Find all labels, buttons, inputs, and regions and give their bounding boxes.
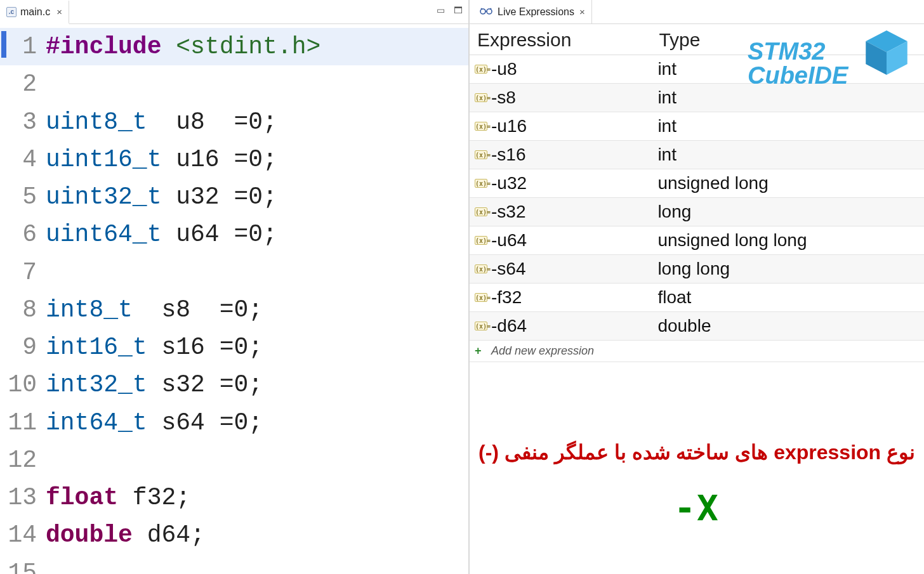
expression-cell[interactable]: (x)=-s32 xyxy=(470,198,651,226)
type-cell: long long xyxy=(651,255,924,284)
editor-tab-bar: .c main.c × ▭ 🗖 xyxy=(0,0,468,24)
live-expressions-tab[interactable]: Live Expressions × xyxy=(473,0,592,23)
line-content: int16_t s16 =0; xyxy=(46,329,468,366)
line-content: double d64; xyxy=(46,516,468,554)
close-icon[interactable]: × xyxy=(579,6,585,17)
column-header-expression[interactable]: Expression xyxy=(470,24,651,55)
expression-cell[interactable]: (x)=-s8 xyxy=(470,84,651,112)
line-number: 7 xyxy=(0,254,46,291)
table-row[interactable]: (x)=-f32float xyxy=(470,284,924,312)
variable-icon: (x)= xyxy=(475,122,487,131)
live-expressions-tab-bar: Live Expressions × xyxy=(470,0,924,24)
expression-cell[interactable]: (x)=-d64 xyxy=(470,312,651,341)
variable-icon: (x)= xyxy=(475,264,487,273)
code-line[interactable]: 4uint16_t u16 =0; xyxy=(0,141,468,178)
code-line[interactable]: 14double d64; xyxy=(0,516,468,554)
live-expressions-table: Expression Type (x)=-u8int(x)=-s8int(x)=… xyxy=(470,24,924,362)
live-expressions-pane: Live Expressions × STM32 CubeIDE Express… xyxy=(470,0,924,574)
type-cell: int xyxy=(651,55,924,84)
live-expressions-tab-label: Live Expressions xyxy=(498,6,574,18)
table-row[interactable]: (x)=-d64double xyxy=(470,312,924,341)
expression-cell[interactable]: (x)=-f32 xyxy=(470,284,651,312)
type-cell: unsigned long long xyxy=(651,226,924,255)
table-row[interactable]: (x)=-u64unsigned long long xyxy=(470,226,924,255)
code-line[interactable]: 5uint32_t u32 =0; xyxy=(0,178,468,216)
code-line[interactable]: 1#include <stdint.h> xyxy=(0,28,468,65)
code-line[interactable]: 10int32_t s32 =0; xyxy=(0,366,468,403)
line-number: 8 xyxy=(0,291,46,329)
code-line[interactable]: 3uint8_t u8 =0; xyxy=(0,103,468,141)
line-content: uint64_t u64 =0; xyxy=(46,216,468,253)
editor-pane: .c main.c × ▭ 🗖 1#include <stdint.h>23ui… xyxy=(0,0,470,574)
code-editor[interactable]: 1#include <stdint.h>23uint8_t u8 =0;4uin… xyxy=(0,24,468,574)
type-cell: unsigned long xyxy=(651,169,924,198)
svg-point-0 xyxy=(480,9,485,14)
editor-tab-main-c[interactable]: .c main.c × xyxy=(0,1,69,24)
maximize-icon[interactable]: 🗖 xyxy=(452,4,465,16)
code-line[interactable]: 9int16_t s16 =0; xyxy=(0,329,468,366)
line-content: int64_t s64 =0; xyxy=(46,404,468,441)
code-line[interactable]: 11int64_t s64 =0; xyxy=(0,404,468,441)
line-content: float f32; xyxy=(46,479,468,516)
line-number: 1 xyxy=(0,28,46,65)
code-line[interactable]: 12 xyxy=(0,441,468,479)
line-content xyxy=(46,254,468,291)
table-row[interactable]: (x)=-s8int xyxy=(470,84,924,112)
code-line[interactable]: 6uint64_t u64 =0; xyxy=(0,216,468,253)
variable-icon: (x)= xyxy=(475,322,487,330)
line-content: int8_t s8 =0; xyxy=(46,291,468,329)
c-file-icon: .c xyxy=(6,7,16,17)
add-expression-row[interactable]: +Add new expression xyxy=(470,341,924,362)
line-content xyxy=(46,65,468,103)
table-row[interactable]: (x)=-u8int xyxy=(470,55,924,84)
expression-cell[interactable]: (x)=-u32 xyxy=(470,169,651,198)
table-row[interactable]: (x)=-u16int xyxy=(470,112,924,141)
plus-icon: + xyxy=(475,346,485,356)
line-content: uint8_t u8 =0; xyxy=(46,103,468,141)
line-number: 12 xyxy=(0,441,46,479)
line-number: 9 xyxy=(0,329,46,366)
line-content: int32_t s32 =0; xyxy=(46,366,468,403)
table-row[interactable]: (x)=-s32long xyxy=(470,198,924,226)
code-line[interactable]: 8int8_t s8 =0; xyxy=(0,291,468,329)
variable-icon: (x)= xyxy=(475,207,487,216)
column-header-type[interactable]: Type xyxy=(651,24,924,55)
type-cell: long xyxy=(651,198,924,226)
expression-cell[interactable]: (x)=-u16 xyxy=(470,112,651,141)
variable-icon: (x)= xyxy=(475,293,487,302)
line-number: 2 xyxy=(0,65,46,103)
variable-icon: (x)= xyxy=(475,65,487,74)
code-line[interactable]: 13float f32; xyxy=(0,479,468,516)
line-number: 15 xyxy=(0,554,46,574)
line-content xyxy=(46,441,468,479)
editor-tab-label: main.c xyxy=(20,6,50,18)
type-cell: int xyxy=(651,112,924,141)
table-row[interactable]: (x)=-u32unsigned long xyxy=(470,169,924,198)
expression-cell[interactable]: (x)=-u64 xyxy=(470,226,651,255)
line-content: uint16_t u16 =0; xyxy=(46,141,468,178)
minimize-icon[interactable]: ▭ xyxy=(434,4,447,16)
expression-cell[interactable]: (x)=-u8 xyxy=(470,55,651,84)
type-cell: int xyxy=(651,84,924,112)
line-number: 11 xyxy=(0,404,46,441)
annotation-caption: نوع expression های ساخته شده با عملگر من… xyxy=(470,440,924,464)
line-content: uint32_t u32 =0; xyxy=(46,178,468,216)
editor-toolbar: ▭ 🗖 xyxy=(434,4,465,16)
line-number: 13 xyxy=(0,479,46,516)
table-row[interactable]: (x)=-s64long long xyxy=(470,255,924,284)
variable-icon: (x)= xyxy=(475,93,487,102)
code-line[interactable]: 15 xyxy=(0,554,468,574)
variable-icon: (x)= xyxy=(475,236,487,245)
code-line[interactable]: 2 xyxy=(0,65,468,103)
expression-cell[interactable]: (x)=-s16 xyxy=(470,141,651,169)
line-content xyxy=(46,554,468,574)
line-number: 3 xyxy=(0,103,46,141)
code-line[interactable]: 7 xyxy=(0,254,468,291)
expression-cell[interactable]: (x)=-s64 xyxy=(470,255,651,284)
type-cell: double xyxy=(651,312,924,341)
type-cell: int xyxy=(651,141,924,169)
current-line-marker xyxy=(1,31,6,58)
annotation-minus-x: -X xyxy=(470,487,924,528)
close-icon[interactable]: × xyxy=(56,6,62,17)
table-row[interactable]: (x)=-s16int xyxy=(470,141,924,169)
